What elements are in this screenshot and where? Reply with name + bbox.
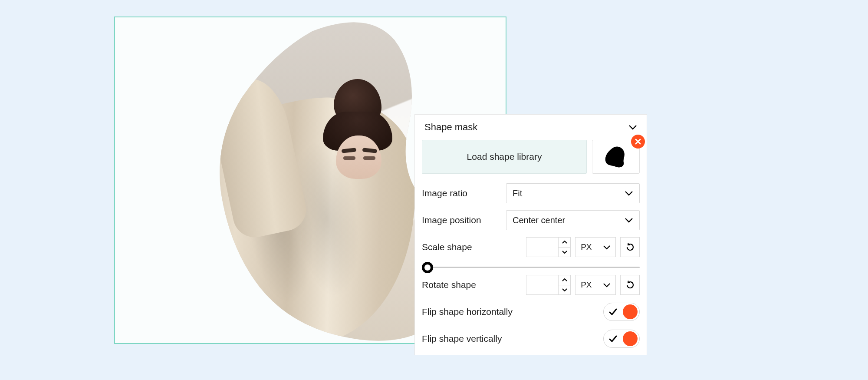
scale-decrement-button[interactable]: [559, 248, 570, 257]
scale-unit-value: PX: [581, 242, 592, 252]
check-icon: [605, 334, 620, 344]
image-ratio-select[interactable]: Fit: [506, 183, 640, 203]
rotate-increment-button[interactable]: [559, 275, 570, 285]
chevron-up-icon: [562, 278, 567, 282]
reset-icon: [625, 242, 635, 252]
rotate-shape-label: Rotate shape: [422, 280, 522, 290]
panel-title: Shape mask: [424, 122, 477, 133]
rotate-shape-value: [526, 275, 558, 294]
blob-icon: [604, 146, 628, 168]
flip-vertical-label: Flip shape vertically: [422, 334, 502, 344]
reset-icon: [625, 280, 635, 290]
chevron-down-icon: [625, 189, 633, 198]
image-ratio-value: Fit: [513, 188, 522, 198]
image-position-value: Center center: [513, 215, 565, 225]
image-ratio-label: Image ratio: [422, 188, 501, 198]
panel-header[interactable]: Shape mask: [415, 115, 647, 140]
shape-preview[interactable]: [592, 140, 640, 174]
image-position-label: Image position: [422, 215, 501, 225]
toggle-knob: [623, 304, 638, 319]
close-icon: [635, 138, 641, 145]
remove-shape-button[interactable]: [631, 135, 645, 149]
flip-horizontal-label: Flip shape horizontally: [422, 307, 513, 317]
chevron-down-icon: [562, 250, 567, 254]
scale-unit-select[interactable]: PX: [575, 237, 616, 257]
chevron-down-icon: [628, 123, 637, 132]
flip-horizontal-toggle[interactable]: [603, 303, 640, 321]
rotate-unit-value: PX: [581, 280, 592, 290]
flip-vertical-toggle[interactable]: [603, 330, 640, 348]
rotate-shape-input[interactable]: [526, 275, 571, 295]
load-shape-library-label: Load shape library: [467, 152, 542, 162]
slider-thumb[interactable]: [422, 262, 433, 273]
scale-shape-input[interactable]: [526, 237, 571, 257]
scale-shape-value: [526, 238, 558, 257]
chevron-down-icon: [625, 216, 633, 225]
chevron-down-icon: [603, 283, 610, 287]
toggle-knob: [623, 331, 638, 346]
load-shape-library-button[interactable]: Load shape library: [422, 140, 587, 174]
check-icon: [605, 307, 620, 317]
rotate-unit-select[interactable]: PX: [575, 275, 616, 295]
scale-reset-button[interactable]: [620, 237, 640, 257]
rotate-decrement-button[interactable]: [559, 285, 570, 295]
rotate-reset-button[interactable]: [620, 275, 640, 295]
chevron-down-icon: [603, 245, 610, 250]
scale-shape-label: Scale shape: [422, 242, 522, 252]
chevron-up-icon: [562, 241, 567, 244]
scale-slider[interactable]: [422, 267, 640, 268]
shape-mask-panel: Shape mask Load shape library Image rati…: [414, 114, 647, 355]
chevron-down-icon: [562, 288, 567, 291]
scale-increment-button[interactable]: [559, 238, 570, 248]
image-position-select[interactable]: Center center: [506, 210, 640, 230]
